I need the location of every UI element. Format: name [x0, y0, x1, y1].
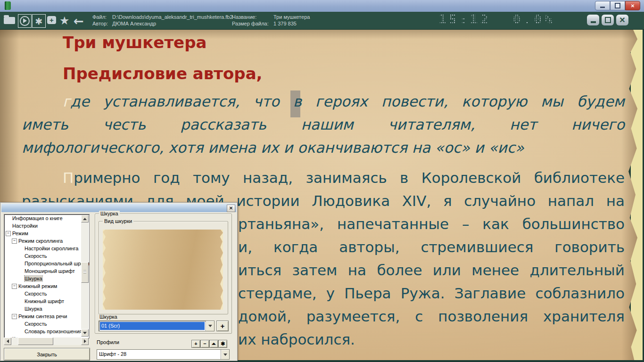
tree-item-scroll-settings[interactable]: Настройки скроллинга — [4, 245, 90, 252]
settings-dialog: ✕ Информация о книге Настройки Режим Реж… — [0, 202, 238, 361]
settings-button[interactable]: ✱ — [32, 14, 46, 28]
star-icon: ★ — [59, 14, 70, 27]
scroll-up-button[interactable] — [81, 215, 89, 222]
file-info-block: Файл: D:\Downloads\dyuma_aleksandr_tri_m… — [92, 14, 233, 27]
tree-item-mono-font[interactable]: Моноширный шрифт — [4, 267, 90, 275]
close-icon: ✕ — [631, 3, 635, 8]
title-label: Название: — [232, 14, 271, 20]
progress-display: 0.0% — [513, 12, 555, 27]
play-button[interactable] — [18, 14, 32, 28]
text-line: иметь честь рассказать нашим читателям, … — [22, 114, 625, 135]
tree-item-speed[interactable]: Скорость — [4, 320, 90, 328]
skin-combobox[interactable]: 01 (Scr) — [99, 321, 215, 331]
size-value: 1 379 835 — [273, 20, 310, 27]
tree-item-proportional-font[interactable]: Пропорциональный шрифт — [4, 260, 90, 267]
profile-default-button[interactable]: ⏶ — [209, 340, 218, 348]
collapse-icon[interactable] — [12, 239, 17, 244]
restore-icon — [605, 17, 611, 23]
scroll-right-button[interactable] — [81, 337, 89, 345]
tree-item-skin-selected[interactable]: Шкурка — [4, 275, 90, 282]
close-dialog-button[interactable]: Закрыть — [4, 348, 90, 361]
os-minimize-button[interactable] — [595, 1, 610, 10]
dropdown-button[interactable] — [206, 321, 214, 331]
os-restore-button[interactable] — [610, 1, 625, 10]
favorites-button[interactable]: ★ — [59, 14, 70, 27]
parchment-thumbnail — [103, 230, 223, 310]
close-icon: ✕ — [229, 206, 233, 211]
text-line: мифологического, хотя имена их и оканчив… — [22, 137, 524, 158]
tree-item-mode[interactable]: Режим — [4, 230, 81, 237]
tree-item-speech-mode[interactable]: Режим синтеза речи — [4, 313, 87, 320]
book-title-heading: Три мушкетера — [63, 33, 206, 52]
app-window: ✕ ✱ + ★ ← Файл: D:\Downloads\dyuma_aleks… — [0, 0, 644, 362]
dropcap: П — [63, 169, 74, 186]
file-label: Файл: — [92, 14, 109, 20]
chevron-down-icon — [223, 354, 227, 356]
tree-item-skin[interactable]: Шкурка — [4, 305, 90, 313]
title-info-block: Название: Три мушкетера Размер файла: 1 … — [232, 14, 310, 27]
scrollbar-thumb[interactable] — [81, 262, 89, 283]
dialog-close-button[interactable]: ✕ — [227, 205, 235, 212]
author-label: Автор: — [92, 20, 109, 27]
folder-icon — [4, 17, 15, 24]
skin-combo-label: Шкурка — [99, 314, 117, 320]
title-value: Три мушкетера — [273, 14, 310, 20]
skin-preview-image — [103, 230, 223, 310]
back-button[interactable]: ← — [74, 14, 84, 28]
scroll-left-button[interactable] — [4, 337, 11, 345]
add-button[interactable]: + — [47, 14, 56, 24]
tree-item-speed[interactable]: Скорость — [4, 252, 90, 260]
profile-remove-button[interactable]: − — [200, 340, 209, 348]
profile-settings-button[interactable]: ✱ — [218, 340, 227, 348]
close-icon: ✕ — [619, 16, 625, 24]
scrollbar-thumb[interactable] — [18, 337, 53, 345]
play-icon — [20, 16, 30, 26]
tree-item-speed[interactable]: Скорость — [4, 290, 90, 297]
arrow-up-icon — [83, 218, 87, 220]
collapse-icon[interactable] — [12, 284, 17, 289]
profile-add-button[interactable]: + — [191, 340, 200, 348]
app-restore-button[interactable] — [602, 15, 614, 25]
arrow-down-icon — [83, 332, 87, 334]
chevron-down-icon — [208, 325, 212, 327]
text-line: и, когда авторы, стремившиеся говорить — [238, 237, 625, 257]
tree-item-pronunciation-dict[interactable]: Словарь произношения — [4, 328, 90, 335]
tree-item-book-info[interactable]: Информация о книге — [4, 214, 81, 222]
minimize-icon — [591, 21, 596, 23]
arrow-left-icon — [7, 339, 9, 343]
os-close-button[interactable]: ✕ — [625, 1, 640, 10]
scroll-down-button[interactable] — [81, 329, 89, 337]
text-line: домой, разумеется, с позволения хранител… — [238, 306, 625, 327]
profiles-label: Профили — [97, 339, 119, 345]
collapse-icon[interactable] — [6, 231, 11, 236]
size-label: Размер файла: — [232, 20, 271, 27]
tree-item-book-mode[interactable]: Книжный режим — [4, 282, 87, 290]
asterisk-icon: ✱ — [35, 16, 43, 26]
tree-item-settings[interactable]: Настройки — [4, 222, 81, 230]
tree-item-scroll-mode[interactable]: Режим скроллинга — [4, 237, 87, 245]
dropcap: г — [63, 93, 70, 110]
add-skin-button[interactable]: + — [216, 321, 229, 331]
profile-combobox[interactable]: Шрифт - 28 — [97, 349, 230, 360]
arrow-right-icon — [84, 339, 86, 343]
tree-horizontal-scrollbar[interactable] — [4, 337, 89, 345]
collapse-icon[interactable] — [12, 314, 17, 319]
file-path: D:\Downloads\dyuma_aleksandr_tri_mushket… — [112, 14, 233, 20]
text-line: Примерно год тому назад, занимаясь в Кор… — [63, 167, 625, 188]
dropdown-button[interactable] — [221, 350, 229, 359]
tree-item-book-font[interactable]: Книжный шрифт — [4, 297, 90, 305]
text-line: где устанавливается, что в героях повест… — [63, 91, 625, 112]
settings-tree: Информация о книге Настройки Режим Режим… — [4, 214, 90, 338]
text-line: стердаме, у Пьера Ружа. Заглавие соблазн… — [238, 283, 625, 304]
tree-vertical-scrollbar[interactable] — [81, 215, 89, 337]
restore-icon — [615, 3, 620, 8]
skin-view-label: Вид шкурки — [103, 218, 133, 224]
text-line: ртаньяна», напечатанные – как большинств… — [238, 214, 625, 234]
app-minimize-button[interactable] — [587, 15, 599, 25]
minimize-icon — [600, 7, 605, 8]
text-line: их набросился. — [238, 329, 355, 350]
os-titlebar: ✕ — [0, 0, 644, 12]
app-close-button[interactable]: ✕ — [616, 15, 628, 25]
open-folder-button[interactable] — [4, 14, 15, 24]
app-book-icon — [5, 1, 11, 10]
